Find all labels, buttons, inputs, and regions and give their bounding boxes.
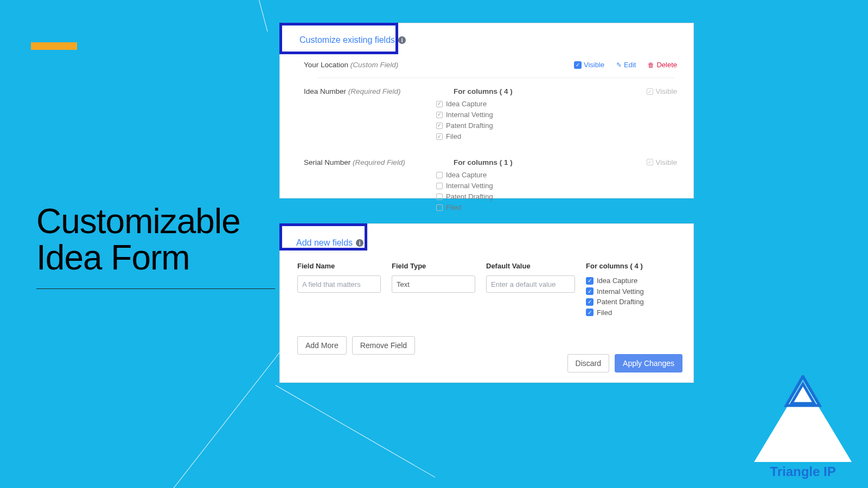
field-row-idea-number: Idea Number (Required Field) For columns… [291, 79, 682, 148]
column-label: Filed [446, 131, 461, 142]
svg-marker-1 [792, 384, 814, 403]
accent-bar [31, 42, 77, 50]
checkbox-icon[interactable] [436, 194, 443, 200]
default-value-input[interactable] [486, 275, 575, 293]
for-columns-header: For columns ( 4 ) [432, 87, 595, 95]
column-label: Internal Vetting [446, 110, 493, 120]
visible-label: Visible [584, 61, 604, 69]
decorative-line [259, 0, 267, 31]
delete-label: Delete [656, 61, 677, 69]
visible-label: Visible [655, 158, 677, 166]
field-type-value: Text [397, 280, 410, 288]
trash-icon: 🗑 [648, 61, 654, 69]
customize-fields-title-text: Customize existing fields [299, 35, 395, 45]
edit-label: Edit [624, 61, 636, 69]
remove-field-button[interactable]: Remove Field [352, 336, 415, 355]
visible-toggle-disabled: Visible [647, 87, 677, 95]
new-field-form: Field Name Field Type Text Default Value… [297, 262, 682, 318]
column-label: Idea Capture [446, 170, 487, 181]
for-columns-header: For columns ( 1 ) [432, 158, 595, 166]
headline-line2: Idea Form [36, 238, 190, 277]
columns-list: Idea Capture Internal Vetting Patent Dra… [432, 99, 595, 143]
info-icon[interactable]: i [398, 36, 406, 44]
checkbox-icon[interactable] [586, 277, 593, 285]
checkbox-icon[interactable] [436, 172, 443, 178]
field-paren: (Required Field) [348, 87, 401, 95]
apply-changes-button[interactable]: Apply Changes [615, 354, 682, 373]
column-label: Patent Drafting [446, 191, 493, 202]
field-name: Serial Number [304, 158, 350, 166]
columns-checklist: Idea Capture Internal Vetting Patent Dra… [586, 275, 682, 318]
column-label: Internal Vetting [597, 286, 644, 297]
logo-inner-icon [784, 375, 822, 408]
checkbox-icon[interactable] [436, 133, 443, 140]
field-name: Your Location [304, 61, 348, 69]
column-label: Filed [597, 307, 612, 318]
field-row-your-location: Your Location (Custom Field) Visible ✎Ed… [291, 48, 682, 74]
field-name-header: Field Name [297, 262, 381, 270]
default-value-header: Default Value [486, 262, 575, 270]
customize-fields-title: Customize existing fields i [299, 35, 406, 45]
field-type-select[interactable]: Text [392, 275, 475, 293]
column-label: Patent Drafting [446, 120, 493, 131]
column-label: Idea Capture [446, 99, 487, 110]
column-label: Patent Drafting [597, 297, 644, 307]
logo-text: Triangle IP [754, 464, 852, 479]
visible-toggle[interactable]: Visible [574, 61, 604, 69]
checkbox-icon[interactable] [436, 183, 443, 189]
column-label: Internal Vetting [446, 181, 493, 191]
checkbox-icon[interactable] [586, 309, 593, 316]
visible-label: Visible [655, 87, 677, 95]
field-row-serial-number: Serial Number (Required Field) For colum… [291, 150, 682, 219]
svg-marker-0 [786, 376, 820, 406]
delete-button[interactable]: 🗑Delete [648, 61, 677, 69]
decorative-line [276, 385, 436, 478]
add-new-fields-title-text: Add new fields [296, 238, 353, 248]
customize-fields-panel: Customize existing fields i Your Locatio… [279, 23, 694, 198]
slide-headline: Customizable Idea Form [36, 203, 240, 276]
headline-underline [36, 288, 275, 289]
pencil-icon: ✎ [616, 61, 622, 69]
checkbox-icon[interactable] [586, 287, 593, 295]
field-paren: (Required Field) [353, 158, 405, 166]
field-paren: (Custom Field) [350, 61, 399, 69]
add-new-fields-panel: Add new fields i Field Name Field Type T… [279, 223, 694, 383]
add-new-fields-title: Add new fields i [296, 238, 363, 248]
logo: Triangle IP [754, 381, 852, 479]
checkbox-icon[interactable] [586, 298, 593, 306]
for-columns-header: For columns ( 4 ) [586, 262, 682, 270]
edit-button[interactable]: ✎Edit [616, 61, 636, 69]
checkbox-icon[interactable] [436, 123, 443, 129]
divider [318, 78, 675, 78]
add-more-button[interactable]: Add More [297, 336, 347, 355]
column-label: Filed [446, 202, 461, 213]
column-label: Idea Capture [597, 275, 637, 286]
field-name-input[interactable] [297, 275, 381, 293]
field-name: Idea Number [304, 87, 346, 95]
info-icon[interactable]: i [356, 239, 363, 247]
checkbox-icon[interactable] [436, 112, 443, 118]
headline-line1: Customizable [36, 202, 240, 241]
visible-toggle-disabled: Visible [647, 158, 677, 166]
checkbox-icon[interactable] [436, 204, 443, 211]
checkbox-icon[interactable] [436, 101, 443, 107]
discard-button[interactable]: Discard [567, 354, 609, 373]
field-type-header: Field Type [392, 262, 475, 270]
columns-list: Idea Capture Internal Vetting Patent Dra… [432, 170, 595, 214]
